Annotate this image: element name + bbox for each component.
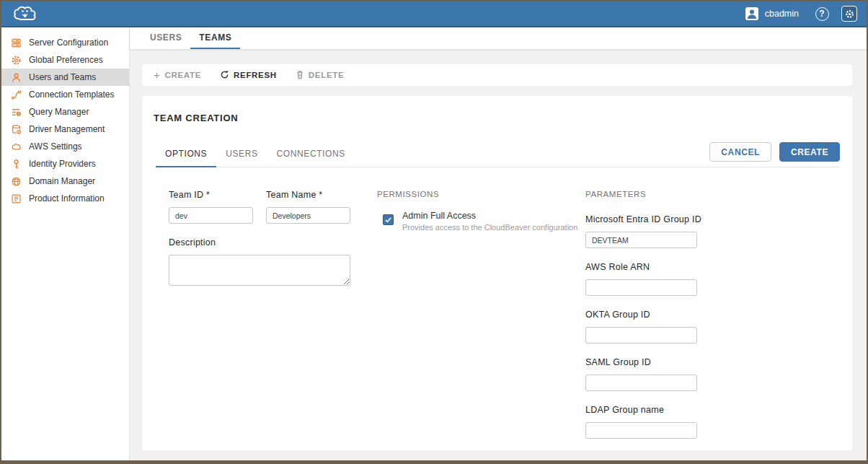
help-button[interactable]: ? [813,5,831,22]
aws-role-arn-input[interactable] [585,279,697,296]
team-id-label: Team ID * [169,190,253,200]
sidebar-item-aws-settings[interactable]: AWS Settings [1,138,129,155]
delete-team-button[interactable]: DELETE [296,70,345,81]
sidebar-item-identity-providers[interactable]: Identity Providers [1,155,129,172]
delete-label: DELETE [309,71,345,79]
create-team-button[interactable]: + CREATE [154,70,201,80]
refresh-icon [220,70,229,81]
sidebar-item-query-manager[interactable]: Query Manager [1,103,129,121]
parameters-column: PARAMETERS Microsoft Entra ID Group ID A… [585,190,701,452]
refresh-label: REFRESH [234,71,277,79]
query-icon [10,106,22,118]
help-icon: ? [815,7,829,21]
gear-icon [10,54,22,66]
check-icon [384,216,392,224]
admin-full-access-text: Admin Full Access Provides access to the… [402,211,577,232]
users-teams-tabbar: USERS TEAMS [130,27,867,49]
permissions-heading: PERMISSIONS [377,190,585,198]
admin-full-access-checkbox[interactable] [383,214,394,225]
cloudbeaver-cloud-icon [12,4,39,23]
saml-group-id-input[interactable] [585,375,697,391]
sidebar-item-label: Query Manager [29,107,89,117]
entra-group-id-label: Microsoft Entra ID Group ID [585,214,701,224]
teams-toolbar: + CREATE REFRESH DELETE [142,64,852,86]
description-label: Description [169,237,350,248]
panel-actions: CANCEL CREATE [709,142,840,162]
sidebar-item-label: AWS Settings [29,141,82,152]
tab-teams[interactable]: TEAMS [190,27,240,49]
description-textarea[interactable] [169,255,350,286]
sidebar-item-server-configuration[interactable]: Server Configuration [1,34,129,51]
panel-tabbar: OPTIONS USERS CONNECTIONS [156,149,355,167]
create-team-label: CREATE [164,71,201,79]
sidebar-item-product-information[interactable]: Product Information [1,190,129,207]
panel-tabs-row: OPTIONS USERS CONNECTIONS CANCEL CREATE [156,142,840,167]
okta-group-id-label: OKTA Group ID [585,310,701,320]
trash-icon [296,70,304,81]
top-header: cbadmin ? [1,1,867,27]
sidebar-item-global-preferences[interactable]: Global Preferences [1,51,129,69]
sidebar-item-driver-management[interactable]: Driver Management [1,121,129,138]
sidebar-item-label: Identity Providers [29,159,96,169]
okta-group-id-input[interactable] [585,327,697,343]
sidebar-item-users-and-teams[interactable]: Users and Teams [1,69,129,86]
sidebar-item-label: Connection Templates [29,89,115,100]
create-button[interactable]: CREATE [779,142,840,162]
team-options-form: Team ID * Team Name * Description [169,190,841,452]
sidebar-item-label: Product Information [29,193,105,203]
team-id-input[interactable] [169,207,253,224]
connection-icon [10,89,22,100]
ldap-group-name-label: LDAP Group name [585,405,701,415]
admin-full-access-row: Admin Full Access Provides access to the… [383,211,585,232]
tab-options[interactable]: OPTIONS [156,149,216,167]
settings-button[interactable] [841,5,858,22]
panel-title: TEAM CREATION [154,113,841,123]
general-column: Team ID * Team Name * Description [169,190,350,452]
admin-sidebar: Server Configuration Global Preferences … [1,27,130,460]
permissions-column: PERMISSIONS Admin Full Access Provides a… [377,190,585,452]
ldap-group-name-input[interactable] [585,422,697,439]
refresh-button[interactable]: REFRESH [220,70,277,81]
sidebar-item-label: Global Preferences [29,55,103,65]
sidebar-item-label: Domain Manager [29,176,95,186]
globe-icon [10,175,22,187]
sidebar-item-domain-manager[interactable]: Domain Manager [1,172,129,190]
cancel-button[interactable]: CANCEL [709,142,771,162]
tab-panel-users[interactable]: USERS [216,149,267,167]
plus-icon: + [154,69,160,80]
main-area: USERS TEAMS + CREATE REFRESH [130,27,867,460]
gear-icon [841,6,857,22]
sidebar-item-label: Driver Management [29,124,105,134]
admin-full-access-hint: Provides access to the CloudBeaver confi… [402,223,577,232]
saml-group-id-label: SAML Group ID [585,357,701,367]
team-name-input[interactable] [266,207,350,224]
driver-icon [10,123,22,135]
team-creation-panel: TEAM CREATION OPTIONS USERS CONNECTIONS … [142,96,852,450]
cloudbeaver-logo[interactable] [12,4,39,23]
user-avatar-icon [745,6,759,21]
user-icon [10,71,22,83]
app-window: cbadmin ? Server Configu [0,0,868,464]
server-icon [10,37,22,48]
team-name-label: Team Name * [266,190,350,200]
tab-users[interactable]: USERS [141,27,190,49]
aws-role-arn-label: AWS Role ARN [585,262,701,272]
sidebar-item-connection-templates[interactable]: Connection Templates [1,86,129,103]
sidebar-item-label: Server Configuration [29,38,108,48]
key-icon [10,158,22,170]
info-icon [10,193,22,204]
entra-group-id-input[interactable] [585,232,697,248]
admin-full-access-label: Admin Full Access [402,211,577,221]
tab-connections[interactable]: CONNECTIONS [267,149,355,167]
parameters-heading: PARAMETERS [585,190,701,198]
user-menu[interactable]: cbadmin [740,4,803,23]
content-area: + CREATE REFRESH DELETE [130,49,867,460]
user-name: cbadmin [765,9,799,19]
cloud-icon [10,141,22,152]
sidebar-item-label: Users and Teams [29,72,96,82]
